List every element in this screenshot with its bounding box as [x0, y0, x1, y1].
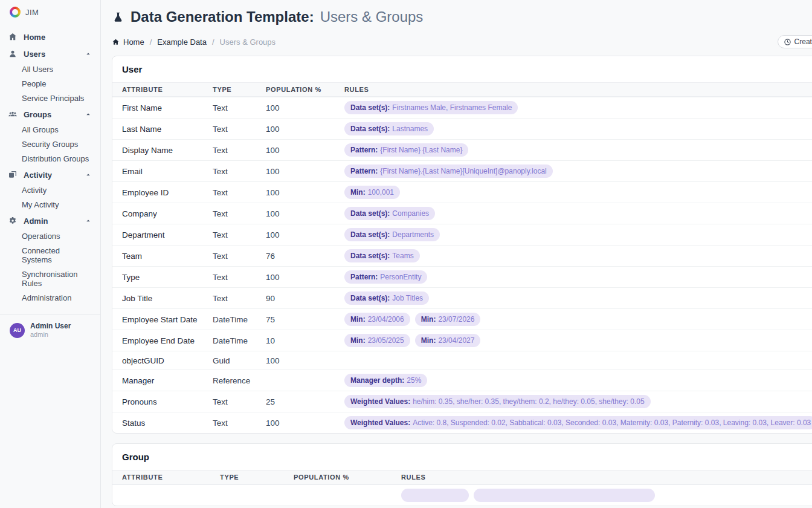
- table-title: Group: [112, 444, 812, 470]
- user-role: admin: [30, 331, 71, 339]
- sidebar-item-people[interactable]: People: [0, 77, 100, 91]
- rules-cell: Min:100,001: [344, 186, 812, 199]
- sidebar-item-service-principals[interactable]: Service Principals: [0, 91, 100, 106]
- rule-pill: Weighted Values:Active: 0.8, Suspended: …: [344, 416, 812, 429]
- table-row: objectGUIDGuid100: [112, 351, 812, 370]
- table-header-row: ATTRIBUTETYPEPOPULATION %RULES: [112, 470, 812, 484]
- table-row: EmailText100Pattern:{First Name}.{Last N…: [112, 160, 812, 181]
- rule-pill: Data set(s):Teams: [344, 249, 420, 262]
- rule-pill: [474, 489, 655, 502]
- sidebar-item-activity[interactable]: Activity: [0, 183, 100, 198]
- type-cell: Text: [213, 146, 266, 155]
- rule-pill: Pattern:{First Name}.{Last Name}[UniqueI…: [344, 164, 553, 178]
- rule-pill: Min:100,001: [344, 186, 400, 199]
- table-row: CompanyText100Data set(s):Companies: [112, 203, 812, 224]
- sidebar-section-label: Groups: [24, 110, 79, 119]
- population-cell: 100: [266, 146, 344, 155]
- attribute-cell: Status: [122, 418, 213, 428]
- table-row-partial: [112, 484, 812, 506]
- attribute-cell: objectGUID: [122, 356, 213, 365]
- population-cell: 75: [266, 315, 344, 324]
- breadcrumb-item-home[interactable]: Home: [112, 37, 144, 47]
- type-cell: DateTime: [213, 336, 266, 345]
- population-cell: 100: [266, 273, 344, 282]
- type-cell: Text: [213, 188, 266, 197]
- breadcrumb-item-example-data[interactable]: Example Data: [157, 37, 207, 47]
- attribute-cell: Display Name: [122, 146, 213, 155]
- sidebar-item-admin[interactable]: Admin: [0, 212, 100, 229]
- sidebar-item-security-groups[interactable]: Security Groups: [0, 137, 100, 152]
- rules-cell: Data set(s):Lastnames: [344, 122, 812, 135]
- population-cell: 100: [266, 167, 344, 176]
- breadcrumb-separator: /: [212, 37, 214, 47]
- breadcrumb-row: Home/Example Data/Users & Groups Created: [112, 35, 812, 48]
- type-cell: Text: [213, 252, 266, 261]
- type-cell: Text: [213, 125, 266, 134]
- rule-pill: [401, 489, 469, 502]
- breadcrumb-item-users-groups: Users & Groups: [220, 37, 276, 47]
- sidebar: JIM HomeUsersAll UsersPeopleService Prin…: [0, 0, 101, 508]
- sidebar-item-activity[interactable]: Activity: [0, 166, 100, 183]
- sidebar-item-connected-systems[interactable]: Connected Systems: [0, 244, 100, 267]
- rules-cell: [401, 489, 812, 502]
- table-row: Employee End DateDateTime10Min:23/05/202…: [112, 330, 812, 351]
- table-row: TeamText76Data set(s):Teams: [112, 245, 812, 266]
- sidebar-user[interactable]: AU Admin User admin: [0, 314, 100, 347]
- type-cell: Text: [213, 418, 266, 428]
- attribute-cell: Company: [122, 209, 213, 218]
- chevron-up-icon[interactable]: [85, 171, 92, 178]
- rules-cell: Pattern:{First Name}.{Last Name}[UniqueI…: [344, 164, 812, 178]
- attribute-cell: First Name: [122, 103, 213, 112]
- page-title-prefix: Data Generation Template:: [130, 8, 314, 25]
- table-row: PronounsText25Weighted Values:he/him: 0.…: [112, 391, 812, 412]
- table-row: Job TitleText90Data set(s):Job Titles: [112, 287, 812, 308]
- sidebar-item-administration[interactable]: Administration: [0, 291, 100, 305]
- jim-logo-icon: [10, 7, 21, 18]
- breadcrumb-separator: /: [150, 37, 152, 47]
- chevron-up-icon[interactable]: [85, 111, 92, 118]
- sidebar-section-label: Activity: [24, 171, 79, 180]
- rules-cell: Data set(s):Firstnames Male, Firstnames …: [344, 101, 812, 114]
- sidebar-item-operations[interactable]: Operations: [0, 229, 100, 244]
- sidebar-item-synchronisation-rules[interactable]: Synchronisation Rules: [0, 267, 100, 291]
- sidebar-item-my-activity[interactable]: My Activity: [0, 198, 100, 212]
- attribute-cell: Manager: [122, 376, 213, 385]
- gear-icon: [8, 216, 18, 226]
- rule-pill: Pattern:{First Name} {Last Name}: [344, 143, 468, 157]
- rules-cell: Weighted Values:he/him: 0.35, she/her: 0…: [344, 395, 812, 408]
- chevron-up-icon[interactable]: [85, 50, 92, 57]
- sidebar-item-all-users[interactable]: All Users: [0, 62, 100, 77]
- sidebar-section-label: Home: [24, 33, 92, 42]
- column-header: ATTRIBUTE: [122, 474, 220, 481]
- column-header: POPULATION %: [266, 86, 344, 93]
- rules-cell: Manager depth:25%: [344, 374, 812, 387]
- chevron-up-icon[interactable]: [85, 217, 92, 224]
- population-cell: 100: [266, 356, 344, 365]
- type-cell: Text: [213, 230, 266, 239]
- attribute-cell: Employee ID: [122, 188, 213, 197]
- population-cell: 90: [266, 294, 344, 303]
- table-row: Display NameText100Pattern:{First Name} …: [112, 139, 812, 160]
- sidebar-item-distribution-groups[interactable]: Distribution Groups: [0, 152, 100, 166]
- rules-cell: Data set(s):Companies: [344, 207, 812, 220]
- rule-pill: Data set(s):Job Titles: [344, 291, 429, 305]
- column-header: RULES: [401, 474, 812, 481]
- user-name: Admin User: [30, 322, 71, 331]
- app-logo[interactable]: JIM: [0, 0, 100, 24]
- sidebar-item-all-groups[interactable]: All Groups: [0, 123, 100, 137]
- attribute-cell: Email: [122, 167, 213, 176]
- attribute-cell: Team: [122, 252, 213, 261]
- type-cell: Text: [213, 273, 266, 282]
- sidebar-item-users[interactable]: Users: [0, 45, 100, 62]
- sidebar-nav: HomeUsersAll UsersPeopleService Principa…: [0, 24, 100, 308]
- population-cell: 100: [266, 418, 344, 428]
- sidebar-item-groups[interactable]: Groups: [0, 106, 100, 123]
- type-cell: DateTime: [213, 315, 266, 324]
- groups-icon: [8, 109, 18, 119]
- column-header: RULES: [344, 86, 812, 93]
- type-cell: Text: [213, 397, 266, 406]
- sidebar-item-home[interactable]: Home: [0, 28, 100, 45]
- status-badge: Created: [778, 35, 812, 48]
- sidebar-section-label: Users: [24, 50, 79, 59]
- avatar: AU: [10, 323, 25, 338]
